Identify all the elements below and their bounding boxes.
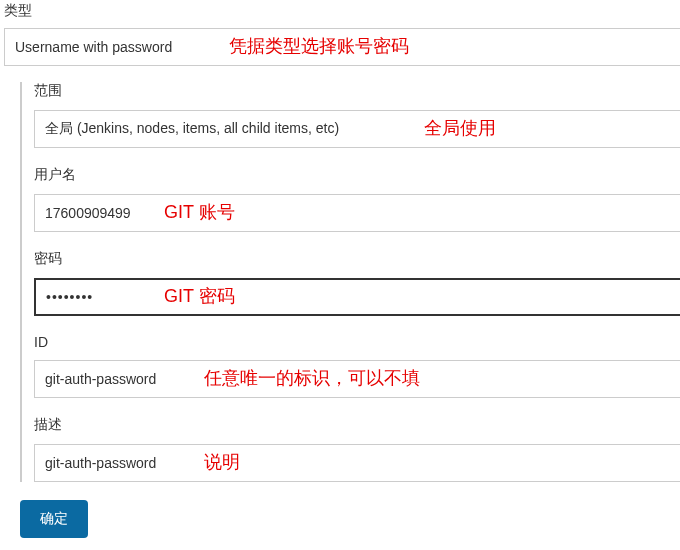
type-label: 类型 bbox=[4, 2, 680, 20]
scope-select[interactable] bbox=[34, 110, 680, 148]
password-label: 密码 bbox=[34, 250, 680, 268]
nested-fields: 范围 全局使用 用户名 GIT 账号 密码 GIT 密码 ID 任意唯一的标识，… bbox=[20, 82, 680, 482]
type-select[interactable] bbox=[4, 28, 680, 66]
description-input[interactable] bbox=[34, 444, 680, 482]
username-label: 用户名 bbox=[34, 166, 680, 184]
username-field-group: 用户名 GIT 账号 bbox=[34, 166, 680, 232]
description-input-row: 说明 bbox=[34, 444, 680, 482]
id-field-group: ID 任意唯一的标识，可以不填 bbox=[34, 334, 680, 398]
description-label: 描述 bbox=[34, 416, 680, 434]
type-input-row: 凭据类型选择账号密码 bbox=[4, 28, 680, 66]
id-label: ID bbox=[34, 334, 680, 350]
button-row: 确定 bbox=[4, 500, 680, 538]
type-field-group: 类型 凭据类型选择账号密码 bbox=[4, 2, 680, 66]
username-input-row: GIT 账号 bbox=[34, 194, 680, 232]
password-field-group: 密码 GIT 密码 bbox=[34, 250, 680, 316]
scope-label: 范围 bbox=[34, 82, 680, 100]
password-input-row: GIT 密码 bbox=[34, 278, 680, 316]
ok-button[interactable]: 确定 bbox=[20, 500, 88, 538]
scope-field-group: 范围 全局使用 bbox=[34, 82, 680, 148]
username-input[interactable] bbox=[34, 194, 680, 232]
scope-input-row: 全局使用 bbox=[34, 110, 680, 148]
description-field-group: 描述 说明 bbox=[34, 416, 680, 482]
id-input[interactable] bbox=[34, 360, 680, 398]
id-input-row: 任意唯一的标识，可以不填 bbox=[34, 360, 680, 398]
password-input[interactable] bbox=[34, 278, 680, 316]
